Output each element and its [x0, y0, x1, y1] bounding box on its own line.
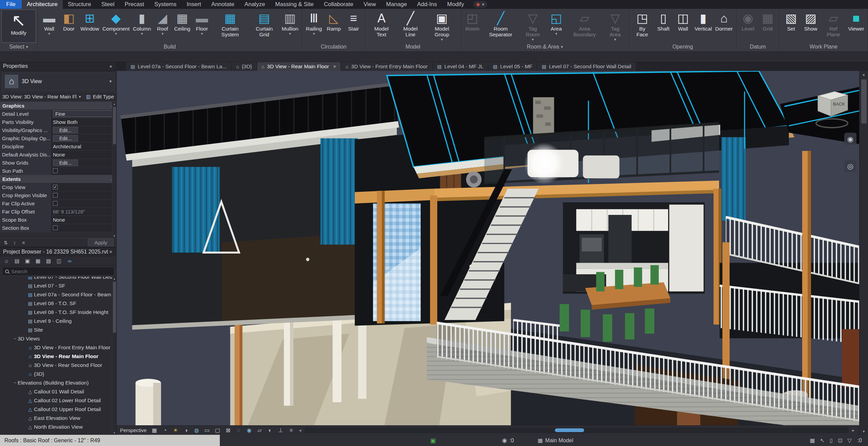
- crop-region-visible-value[interactable]: [51, 191, 116, 199]
- sort-filter-icon[interactable]: ↕: [12, 240, 18, 245]
- model-display-icon[interactable]: ▦: [150, 427, 158, 434]
- ribbon-tab-analyze[interactable]: Analyze: [239, 0, 270, 9]
- parts-visibility-value[interactable]: Show Both: [51, 118, 116, 126]
- ribbon-tab-steel[interactable]: Steel: [96, 0, 120, 9]
- group-similar-icon[interactable]: ≡: [20, 240, 26, 245]
- section-box-value[interactable]: [51, 224, 116, 232]
- show-grids-value[interactable]: Edit...: [51, 159, 116, 167]
- detail-level-dropdown[interactable]: Fine: [53, 110, 114, 117]
- far-clip-offset-value[interactable]: 66' 9 113/128": [51, 208, 116, 216]
- scroll-down-icon[interactable]: ▾: [863, 429, 865, 434]
- grid-button[interactable]: ▦Grid: [758, 10, 777, 42]
- visual-style-icon[interactable]: ◔: [161, 427, 169, 434]
- railing-button[interactable]: ⅢRailing▾: [304, 10, 324, 42]
- crop-view-value[interactable]: ✓: [51, 183, 116, 191]
- tree-item-callout-02-lower-roof-detail[interactable]: △Callout 02 Lower Roof Detail: [0, 396, 116, 405]
- ribbon-tab-architecture[interactable]: Architecture: [22, 0, 63, 9]
- tag-area-button[interactable]: ▽Tag Area▾: [603, 10, 627, 42]
- ribbon-tab-view[interactable]: View: [359, 0, 381, 9]
- ribbon-tab-systems[interactable]: Systems: [149, 0, 181, 9]
- model-text-button[interactable]: AModel Text: [367, 10, 396, 42]
- viewcube[interactable]: BACK: [809, 85, 853, 132]
- set-button[interactable]: ▧Set: [781, 10, 801, 42]
- model-line-button[interactable]: ╱Model Line: [396, 10, 425, 42]
- analytical-model-icon[interactable]: ⊥: [276, 427, 285, 434]
- ribbon-tab-manage[interactable]: Manage: [381, 0, 412, 9]
- room-button[interactable]: ◰Room: [463, 10, 482, 42]
- tree-item-level-9-ceiling[interactable]: ▤Level 9 - Ceiling: [0, 317, 116, 326]
- chevron-down-icon[interactable]: ▾: [109, 79, 112, 84]
- properties-scrollbar[interactable]: ▴ ▾: [112, 102, 116, 238]
- tree-item-3d[interactable]: ⌂{3D}: [0, 370, 116, 378]
- collapse-node-icon[interactable]: −: [12, 380, 18, 386]
- far-clip-active-value[interactable]: [51, 200, 116, 207]
- horizontal-scrollbar[interactable]: [305, 428, 849, 433]
- tree-item-level-07a-second-floor-beam-l[interactable]: ▤Level 07a - Second Floor - Beam L: [0, 290, 116, 299]
- crop-region-icon[interactable]: ▢: [213, 427, 221, 434]
- tree-item-east-elevation-view[interactable]: △East Elevation View: [0, 414, 116, 423]
- ribbon-tab-modify[interactable]: Modify: [442, 0, 469, 9]
- tree-item-3d-view-rear-second-floor[interactable]: ⌂3D View - Rear Second Floor: [0, 361, 116, 370]
- area-boundary-button[interactable]: ▱Area Boundary: [566, 10, 603, 42]
- tree-item-level-08-t-o-sf-inside-height[interactable]: ▤Level 08 - T.O. SF Inside Height: [0, 308, 116, 317]
- temporary-hide-icon[interactable]: ◌: [234, 427, 243, 434]
- ribbon-tab-insert[interactable]: Insert: [181, 0, 206, 9]
- lock-view-icon[interactable]: ⊠: [224, 427, 232, 434]
- vertical-scrollbar-thumb[interactable]: [861, 79, 867, 124]
- ribbon-tab-structure[interactable]: Structure: [63, 0, 96, 9]
- vertical-button[interactable]: ▮Vertical: [693, 10, 714, 42]
- zoom-icon[interactable]: ◎: [844, 160, 856, 172]
- workset-cube-icon[interactable]: ▣: [430, 438, 436, 444]
- view-tab-3d-view-front-entry-main-floor[interactable]: ⌂3D View - Front Entry Main Floor: [341, 62, 432, 71]
- section-box-checkbox[interactable]: [53, 225, 58, 230]
- view-tab-level-05-mf[interactable]: ▤Level 05 - MF: [488, 62, 537, 71]
- temporary-properties-icon[interactable]: ▱: [255, 427, 264, 434]
- browser-links-icon[interactable]: ∞: [65, 257, 74, 265]
- sun-path-checkbox[interactable]: [53, 168, 58, 173]
- section-header-extents[interactable]: Extents∧: [0, 175, 116, 183]
- design-options-control[interactable]: ▦ Main Model: [538, 438, 573, 444]
- scroll-up-icon[interactable]: ▴: [114, 277, 115, 280]
- shadows-icon[interactable]: ◑: [182, 427, 190, 434]
- section-header-graphics[interactable]: Graphics∧: [0, 102, 116, 110]
- room-separator-button[interactable]: ╱Room Separator: [482, 10, 519, 42]
- scroll-right-icon[interactable]: ▸: [851, 428, 856, 433]
- scroll-up-icon[interactable]: ▴: [114, 102, 115, 106]
- view-tab-level-04-mf-jl[interactable]: ▤Level 04 - MF JL: [433, 62, 488, 71]
- vertical-scrollbar[interactable]: ▴ ▾: [859, 71, 868, 435]
- scroll-down-icon[interactable]: ▾: [114, 431, 115, 434]
- properties-header[interactable]: Properties ×: [0, 62, 116, 71]
- tree-item-3d-views[interactable]: −3D Views: [0, 334, 116, 343]
- level-button[interactable]: ◉Level: [738, 10, 758, 42]
- select-links-icon[interactable]: ↖: [820, 438, 825, 443]
- apply-button[interactable]: Apply: [88, 239, 114, 246]
- scroll-left-icon[interactable]: ◂: [297, 428, 303, 433]
- reveal-hidden-icon[interactable]: ◉: [245, 427, 253, 434]
- viewcube-face-label[interactable]: BACK: [833, 101, 845, 107]
- screen-record-widget[interactable]: ▾: [473, 1, 487, 8]
- browser-families-icon[interactable]: ▧: [44, 257, 53, 265]
- browser-sheets-icon[interactable]: ▣: [23, 257, 32, 265]
- default-analysis-dis-value[interactable]: None: [51, 151, 116, 159]
- ribbon-tab-massing-site[interactable]: Massing & Site: [270, 0, 319, 9]
- tree-item-site[interactable]: ▤Site: [0, 326, 116, 334]
- detail-level-value[interactable]: Fine: [51, 110, 116, 118]
- ceiling-button[interactable]: ▦Ceiling: [172, 10, 192, 42]
- select-pins-icon[interactable]: ▯: [830, 438, 833, 443]
- ribbon-tab-add-ins[interactable]: Add-Ins: [412, 0, 442, 9]
- tree-item-callout-01-wall-detail[interactable]: △Callout 01 Wall Detail: [0, 387, 116, 396]
- dormer-button[interactable]: ⌂Dormer: [714, 10, 735, 42]
- crop-region-visible-checkbox[interactable]: [53, 193, 58, 198]
- editing-requests-icon[interactable]: ◉: [502, 438, 507, 443]
- visibility-graphics-edit-button[interactable]: Edit...: [53, 127, 78, 133]
- modify-button[interactable]: ↖Modify: [2, 10, 36, 42]
- view-tab-level-07-second-floor-wall-detail[interactable]: ▤Level 07 - Second Floor Wall Detail: [537, 62, 636, 71]
- constraints-icon[interactable]: ≡: [287, 427, 295, 434]
- area-button[interactable]: ◱Area▾: [546, 10, 566, 42]
- collapse-node-icon[interactable]: −: [12, 336, 18, 342]
- browser-groups-icon[interactable]: ◫: [55, 257, 63, 265]
- edit-type-button[interactable]: ▥ Edit Type: [83, 94, 114, 99]
- sort-ascending-icon[interactable]: ⇅: [3, 240, 9, 245]
- model-group-button[interactable]: ▣Model Group▾: [425, 10, 459, 42]
- viewport-3d-scene[interactable]: [117, 71, 859, 435]
